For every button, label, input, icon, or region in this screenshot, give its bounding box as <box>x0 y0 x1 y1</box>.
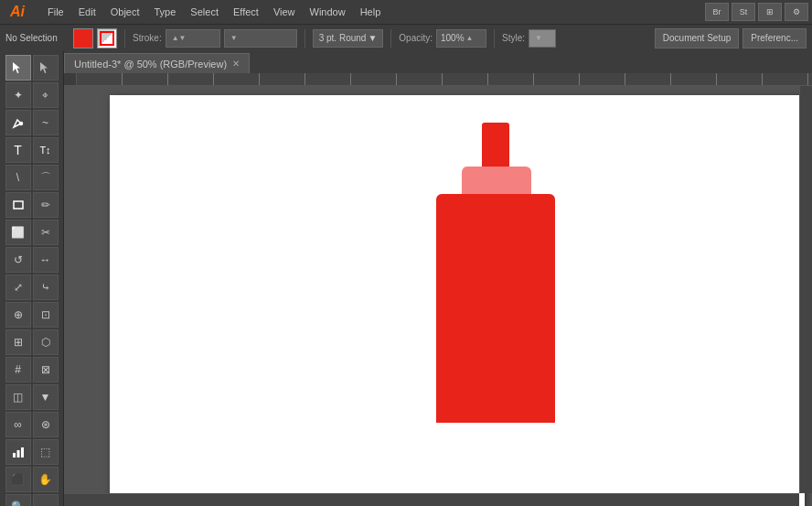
bridge-button[interactable]: Br <box>705 3 729 21</box>
opacity-dropdown[interactable]: 100% ▲ <box>436 29 486 48</box>
touch-type-tool[interactable]: T↕ <box>33 137 59 163</box>
menu-window[interactable]: Window <box>303 0 353 24</box>
preferences-button[interactable]: Preferenc... <box>743 28 807 48</box>
blend-tool[interactable]: ∞ <box>5 412 31 437</box>
canvas-wrapper[interactable] <box>64 86 812 506</box>
tool-row-10: ⊕ ⊡ <box>5 302 59 328</box>
document-tab[interactable]: Untitled-3* @ 50% (RGB/Preview) ✕ <box>64 53 250 73</box>
toolbar: No Selection Stroke: ▲▼ ▼ 3 pt. Round ▼ … <box>0 24 812 51</box>
lasso-tool[interactable]: ⌖ <box>33 82 59 108</box>
document-setup-button[interactable]: Document Setup <box>655 28 740 48</box>
horizontal-scrollbar[interactable] <box>64 493 799 506</box>
tool-row-1 <box>5 55 59 81</box>
style-arrow: ▼ <box>535 34 542 42</box>
stroke-style-dropdown[interactable]: ▼ <box>224 29 297 48</box>
perspective-tool[interactable]: # <box>5 357 31 382</box>
tool-row-12: # ⊠ <box>5 357 59 382</box>
stroke-weight-dropdown[interactable]: ▲▼ <box>166 29 220 48</box>
live-paint-tool[interactable]: ⬡ <box>33 329 59 355</box>
tool-row-14: ∞ ⊛ <box>5 412 59 437</box>
rectangle-tool[interactable] <box>5 192 31 218</box>
tool-row-5: \ ⌒ <box>5 165 59 190</box>
extra-tool[interactable] <box>33 494 59 506</box>
shape-builder-tool[interactable]: ⊞ <box>5 329 31 355</box>
line-tool[interactable]: \ <box>5 165 31 190</box>
tool-row-6: ✏ <box>5 192 59 218</box>
fill-color-swatch[interactable] <box>73 28 93 48</box>
tool-row-13: ◫ ▼ <box>5 384 59 410</box>
grid-button[interactable]: ⊞ <box>758 3 782 21</box>
artboard-tool[interactable]: ⬚ <box>33 439 59 465</box>
type-tool[interactable]: T <box>5 137 31 163</box>
scissors-tool[interactable]: ✂ <box>33 220 59 245</box>
style-label: Style: <box>502 33 525 43</box>
pen-tool[interactable] <box>5 110 31 135</box>
svg-marker-0 <box>13 62 20 73</box>
tool-row-9: ⤢ ⤷ <box>5 275 59 300</box>
close-tab-button[interactable]: ✕ <box>232 59 240 69</box>
opacity-arrow: ▲ <box>466 34 474 42</box>
stroke-style-arrow: ▼ <box>230 34 238 42</box>
tool-row-16: ⬛ ✋ <box>5 467 59 492</box>
tool-row-3: ~ <box>5 110 59 135</box>
menu-object[interactable]: Object <box>103 0 147 24</box>
divider-4 <box>494 29 495 48</box>
mesh-tool[interactable]: ⊠ <box>33 357 59 382</box>
style-dropdown[interactable]: ▼ <box>529 29 556 48</box>
app-logo: Ai <box>4 4 31 20</box>
menu-file[interactable]: File <box>40 0 71 24</box>
stroke-weight-arrow: ▲▼ <box>172 34 187 42</box>
divider-2 <box>304 29 305 48</box>
gradient-tool[interactable]: ◫ <box>5 384 31 410</box>
document-tab-label: Untitled-3* @ 50% (RGB/Preview) <box>74 59 227 70</box>
tool-row-4: T T↕ <box>5 137 59 163</box>
svg-rect-4 <box>13 453 16 458</box>
opacity-value: 100% <box>441 33 465 43</box>
canvas-area: Untitled-3* @ 50% (RGB/Preview) ✕ <box>64 51 812 506</box>
free-transform-tool[interactable]: ⊡ <box>33 302 59 328</box>
magic-wand-tool[interactable]: ✦ <box>5 82 31 108</box>
symbol-tool[interactable]: ⊛ <box>33 412 59 437</box>
stroke-label: Stroke: <box>133 33 162 43</box>
opacity-label: Opacity: <box>399 33 433 43</box>
toolbox: ✦ ⌖ ~ T T↕ \ ⌒ ✏ ⬜ <box>0 51 64 506</box>
zoom-tool[interactable]: 🔍 <box>5 494 31 506</box>
curvature-tool[interactable]: ~ <box>33 110 59 135</box>
eyedropper-tool[interactable]: ▼ <box>33 384 59 410</box>
menu-view[interactable]: View <box>266 0 303 24</box>
ruler-corner <box>64 73 77 86</box>
selection-section: No Selection <box>5 33 69 43</box>
menu-select[interactable]: Select <box>183 0 226 24</box>
warp-tool[interactable]: ⤷ <box>33 275 59 300</box>
menu-help[interactable]: Help <box>353 0 389 24</box>
horizontal-ruler <box>64 73 812 86</box>
pt-round-label: 3 pt. Round <box>319 33 367 43</box>
rotate-tool[interactable]: ↺ <box>5 247 31 273</box>
stroke-indicator[interactable] <box>97 28 117 48</box>
slice-tool[interactable]: ⬛ <box>5 467 31 492</box>
hand-tool[interactable]: ✋ <box>33 467 59 492</box>
rocket-button[interactable]: ⚙ <box>785 3 808 21</box>
direct-select-tool[interactable] <box>33 55 59 81</box>
reflect-tool[interactable]: ↔ <box>33 247 59 273</box>
tab-bar: Untitled-3* @ 50% (RGB/Preview) ✕ <box>64 51 812 73</box>
pencil-tool[interactable]: ✏ <box>33 192 59 218</box>
ruler-marks <box>77 73 812 85</box>
stock-button[interactable]: St <box>732 3 755 21</box>
eraser-tool[interactable]: ⬜ <box>5 220 31 245</box>
menu-edit[interactable]: Edit <box>71 0 103 24</box>
graph-tool[interactable] <box>5 439 31 465</box>
vertical-scrollbar[interactable] <box>799 86 812 493</box>
svg-rect-6 <box>21 447 24 458</box>
width-tool[interactable]: ⊕ <box>5 302 31 328</box>
svg-marker-1 <box>40 62 48 73</box>
pt-round-button[interactable]: 3 pt. Round ▼ <box>313 29 384 48</box>
menu-type[interactable]: Type <box>147 0 184 24</box>
pt-round-arrow: ▼ <box>368 33 377 43</box>
scale-tool[interactable]: ⤢ <box>5 275 31 300</box>
tool-row-7: ⬜ ✂ <box>5 220 59 245</box>
menu-effect[interactable]: Effect <box>226 0 266 24</box>
select-tool[interactable] <box>5 55 31 81</box>
tool-row-17: 🔍 <box>5 494 59 506</box>
arc-tool[interactable]: ⌒ <box>33 165 59 190</box>
